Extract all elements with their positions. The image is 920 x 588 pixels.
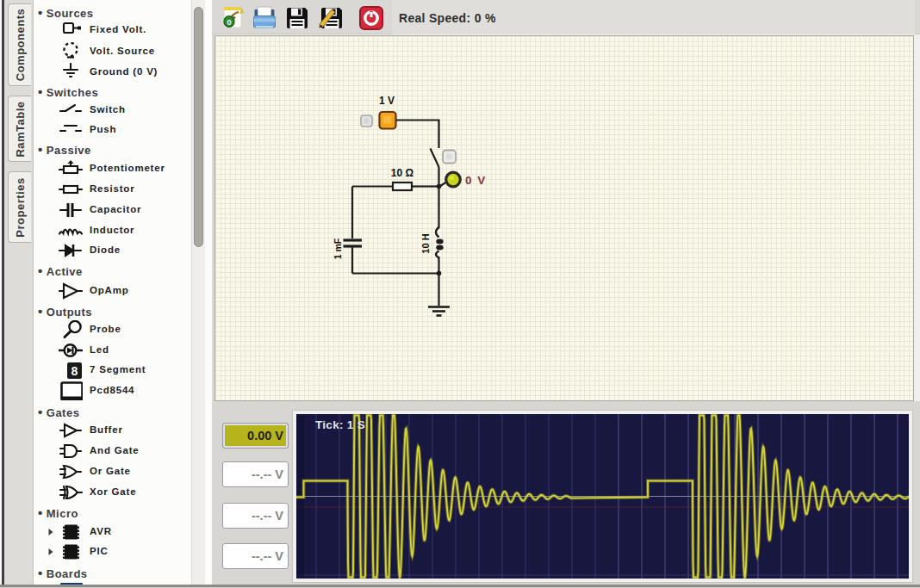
- svg-text:10 H: 10 H: [420, 233, 431, 253]
- svg-text:0 V: 0 V: [465, 174, 487, 187]
- svg-text:1 V: 1 V: [379, 95, 395, 107]
- svg-text:1 mF: 1 mF: [333, 238, 343, 259]
- svg-text:10 Ω: 10 Ω: [391, 167, 414, 179]
